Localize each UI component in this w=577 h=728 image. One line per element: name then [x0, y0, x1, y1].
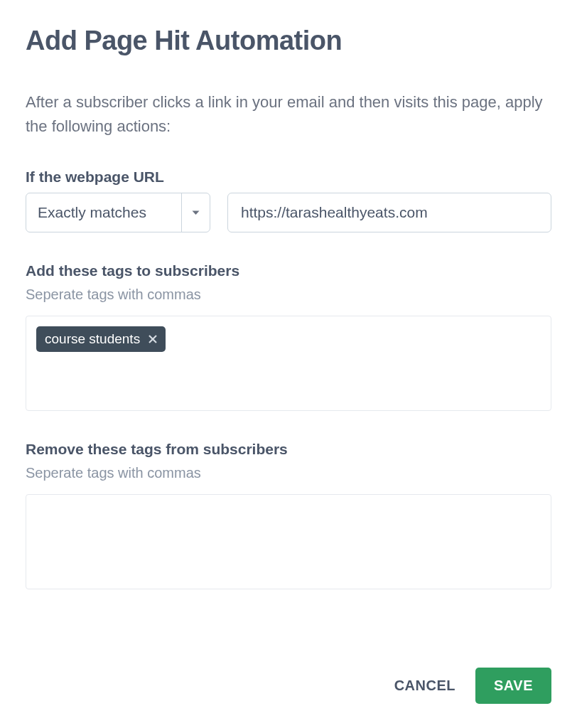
url-input[interactable]: https://tarashealthyeats.com: [227, 193, 551, 232]
add-tags-sublabel: Seperate tags with commas: [26, 287, 551, 303]
chevron-down-icon: [181, 193, 210, 232]
description-text: After a subscriber clicks a link in your…: [26, 90, 551, 139]
match-mode-select[interactable]: Exactly matches: [26, 193, 210, 232]
tag-chip: course students: [36, 326, 166, 352]
match-mode-value: Exactly matches: [26, 193, 181, 232]
cancel-button[interactable]: CANCEL: [394, 678, 455, 694]
footer-actions: CANCEL SAVE: [394, 668, 551, 704]
add-tags-input[interactable]: course students: [26, 316, 551, 411]
remove-tags-label: Remove these tags from subscribers: [26, 441, 551, 458]
save-button[interactable]: SAVE: [475, 668, 551, 704]
remove-tag-button[interactable]: [149, 335, 157, 343]
page-title: Add Page Hit Automation: [26, 26, 551, 56]
remove-tags-input[interactable]: [26, 494, 551, 589]
url-row: Exactly matches https://tarashealthyeats…: [26, 193, 551, 232]
url-section-label: If the webpage URL: [26, 168, 551, 186]
add-tags-label: Add these tags to subscribers: [26, 262, 551, 279]
remove-tags-sublabel: Seperate tags with commas: [26, 465, 551, 481]
tag-label: course students: [45, 331, 140, 347]
url-input-value: https://tarashealthyeats.com: [241, 204, 428, 221]
